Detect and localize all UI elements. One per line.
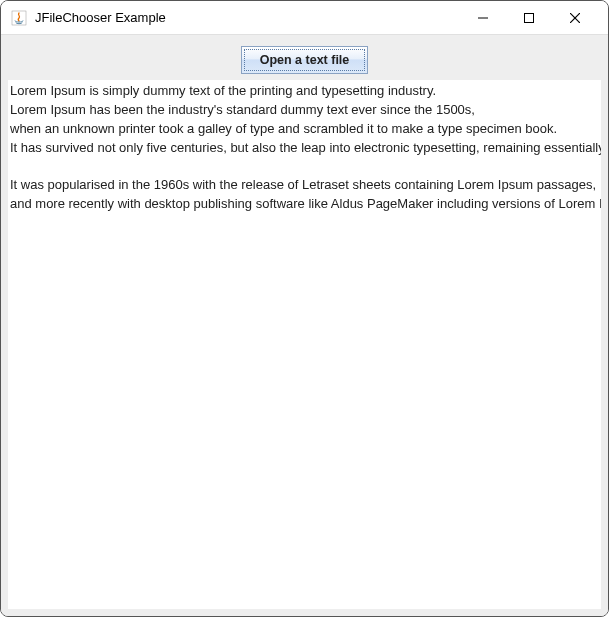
maximize-button[interactable] [506, 3, 552, 33]
window-controls [460, 3, 598, 33]
file-content-textarea[interactable] [8, 80, 601, 609]
application-window: JFileChooser Example Open a text [0, 0, 609, 617]
maximize-icon [524, 13, 534, 23]
java-app-icon [11, 10, 27, 26]
minimize-button[interactable] [460, 3, 506, 33]
close-button[interactable] [552, 3, 598, 33]
close-icon [570, 13, 580, 23]
minimize-icon [478, 13, 488, 23]
content-pane: Open a text file [1, 35, 608, 616]
button-panel: Open a text file [8, 42, 601, 80]
svg-rect-2 [525, 13, 534, 22]
window-title: JFileChooser Example [35, 10, 460, 25]
titlebar[interactable]: JFileChooser Example [1, 1, 608, 35]
open-file-button[interactable]: Open a text file [241, 46, 369, 74]
